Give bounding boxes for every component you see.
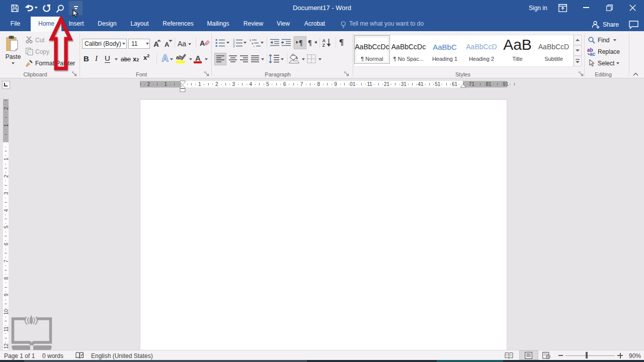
svg-text:3: 3 [233, 44, 235, 48]
svg-text:Z: Z [323, 43, 326, 47]
svg-text:ac: ac [590, 51, 596, 56]
svg-text:¶: ¶ [299, 39, 303, 47]
svg-text:A: A [162, 53, 169, 63]
svg-text:i: i [254, 45, 254, 48]
svg-text:¶: ¶ [308, 39, 312, 47]
